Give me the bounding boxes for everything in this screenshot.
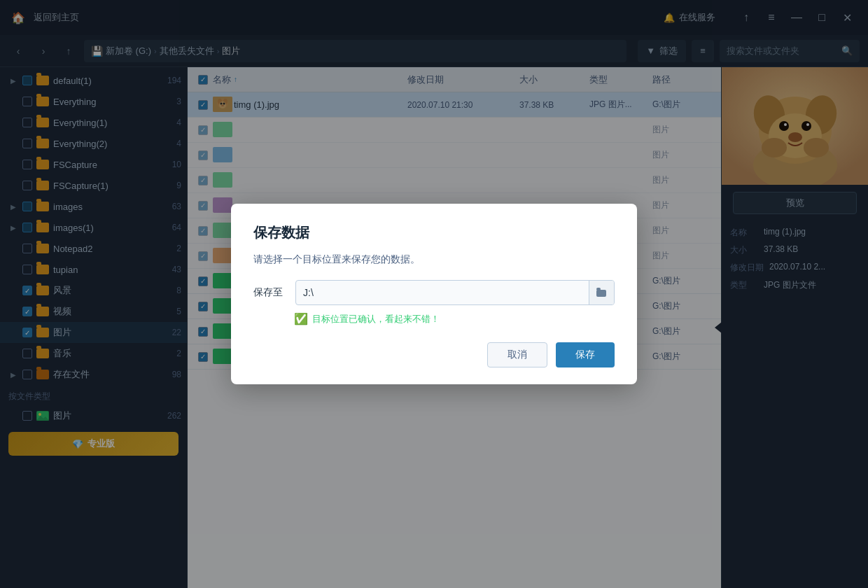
modal-path-input[interactable]	[296, 282, 589, 303]
modal-validate-msg: ✅ 目标位置已确认，看起来不错！	[253, 312, 615, 326]
folder-browse-btn[interactable]	[589, 281, 614, 304]
save-modal: 保存数据 请选择一个目标位置来保存您的数据。 保存至 ✅ 目标位置已确认，看起来…	[231, 204, 637, 384]
modal-actions: 取消 保存	[253, 342, 615, 368]
svg-rect-26	[596, 290, 606, 297]
modal-save-to-row: 保存至	[253, 280, 615, 305]
modal-overlay[interactable]: 保存数据 请选择一个目标位置来保存您的数据。 保存至 ✅ 目标位置已确认，看起来…	[0, 0, 868, 588]
modal-input-wrap	[295, 280, 615, 305]
save-button[interactable]: 保存	[556, 342, 615, 368]
svg-rect-27	[596, 288, 601, 290]
validate-icon: ✅	[294, 312, 308, 326]
modal-title: 保存数据	[253, 223, 615, 242]
modal-save-label: 保存至	[253, 286, 288, 299]
modal-desc: 请选择一个目标位置来保存您的数据。	[253, 253, 615, 266]
cancel-button[interactable]: 取消	[487, 342, 547, 368]
